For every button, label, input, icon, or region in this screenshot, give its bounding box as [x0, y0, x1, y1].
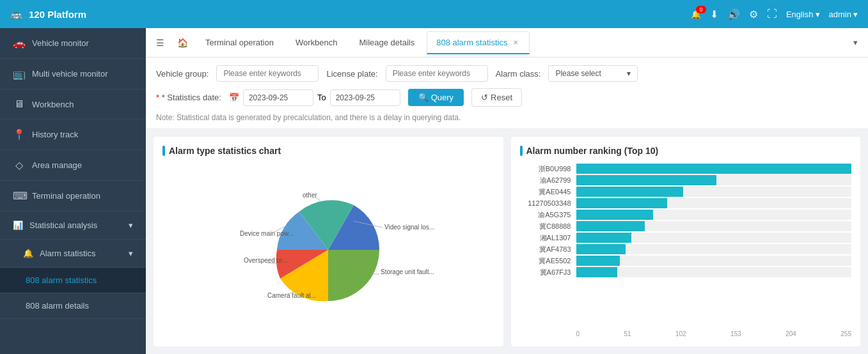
- sidebar: 🚗 Vehicle monitor 📺 Multi vehicle monito…: [0, 28, 146, 354]
- reset-icon: ↺: [481, 93, 488, 102]
- axis-255: 255: [840, 330, 851, 337]
- user-chevron-icon: ▾: [853, 10, 858, 19]
- sidebar-item-808-alarm-statistics[interactable]: 808 alarm statistics: [0, 268, 146, 293]
- bar-track: [576, 233, 852, 243]
- axis-0: 0: [576, 330, 580, 337]
- bar-row: 冀AE5502: [520, 256, 852, 266]
- pie-chart-svg: Video signal los... Storage unit fault..…: [226, 180, 430, 320]
- sidebar-item-808-alarm-details[interactable]: 808 alarm details: [0, 293, 146, 319]
- license-plate-label: License plate:: [326, 69, 377, 79]
- date-to-input[interactable]: [330, 89, 400, 106]
- label-storage: Storage unit fault...: [381, 268, 434, 275]
- download-icon[interactable]: ⬇: [710, 8, 718, 20]
- sidebar-label-multi-vehicle: Multi vehicle monitor: [32, 69, 108, 79]
- alarm-statistics-icon: 🔔: [23, 249, 33, 258]
- bar-fill: [576, 244, 626, 254]
- chevron-down-icon: ▾: [816, 10, 820, 19]
- alarm-ranking-chart-panel: Alarm number ranking (Top 10) 浙B0U998 渝A…: [511, 137, 861, 346]
- alarm-class-value: Please select: [555, 69, 601, 78]
- tab-terminal-operation[interactable]: Terminal operation: [196, 31, 283, 54]
- calendar-icon[interactable]: 📅: [229, 93, 239, 102]
- sidebar-item-multi-vehicle[interactable]: 📺 Multi vehicle monitor: [0, 59, 146, 89]
- bar-label: 湘AL1307: [520, 233, 571, 243]
- sidebar-label-vehicle-monitor: Vehicle monitor: [32, 38, 89, 48]
- sidebar-label-statistical-analysis: Statistical analysis: [29, 220, 97, 230]
- reset-button[interactable]: ↺ Reset: [471, 88, 522, 107]
- tab-mileage-details-label: Mileage details: [359, 38, 414, 47]
- required-star: *: [156, 93, 159, 102]
- alarm-class-chevron-icon: ▾: [627, 69, 631, 78]
- sidebar-label-history-track: History track: [32, 130, 78, 139]
- axis-51: 51: [624, 330, 631, 337]
- sidebar-group-statistical-analysis[interactable]: 📊 Statistical analysis ▾: [0, 212, 146, 240]
- alarm-type-chart-panel: Alarm type statistics chart: [154, 137, 503, 346]
- menu-icon[interactable]: ☰: [151, 34, 170, 52]
- vehicle-monitor-icon: 🚗: [13, 37, 26, 49]
- alarm-statistics-group-left: 🔔 Alarm statistics: [23, 249, 95, 258]
- license-plate-input[interactable]: [386, 65, 488, 82]
- app-header: 🚌 120 Platform 🔔 0 ⬇ 🔊 ⚙ ⛶ English ▾ adm…: [0, 0, 868, 28]
- user-menu[interactable]: admin ▾: [829, 10, 858, 19]
- sidebar-label-terminal-operation: Terminal operation: [32, 191, 100, 201]
- fullscreen-icon[interactable]: ⛶: [767, 8, 777, 20]
- pie-slice-storage: [328, 250, 379, 301]
- bar-fill: [576, 221, 645, 231]
- sidebar-item-workbench[interactable]: 🖥 Workbench: [0, 89, 146, 119]
- bar-track: [576, 244, 852, 254]
- statistical-analysis-chevron: ▾: [129, 220, 133, 230]
- alarm-class-select[interactable]: Please select ▾: [548, 65, 638, 82]
- bar-label: 冀AE0445: [520, 187, 571, 197]
- bar-axis: 0 51 102 153 204 255: [520, 330, 852, 337]
- bar-row: 冀C88888: [520, 221, 852, 231]
- bar-track: [576, 187, 852, 197]
- bar-track: [576, 164, 852, 174]
- query-button[interactable]: 🔍 Query: [408, 89, 464, 106]
- alarm-ranking-chart-title: Alarm number ranking (Top 10): [520, 146, 852, 156]
- bar-fill: [576, 256, 620, 266]
- bar-label: 冀AF4783: [520, 245, 571, 254]
- date-separator: To: [317, 93, 326, 102]
- notification-badge: 0: [696, 6, 706, 13]
- sidebar-label-alarm-statistics: Alarm statistics: [40, 249, 95, 258]
- pie-chart-container: Video signal los... Storage unit fault..…: [162, 162, 494, 337]
- bar-fill: [576, 198, 667, 208]
- bar-rows: 浙B0U998 渝A62799 冀AE0445 11270503348 渝A5G…: [520, 162, 852, 279]
- bar-row: 浙B0U998: [520, 164, 852, 174]
- language-selector[interactable]: English ▾: [786, 10, 820, 19]
- sidebar-item-terminal-operation[interactable]: ⌨ Terminal operation: [0, 181, 146, 212]
- bar-track: [576, 221, 852, 231]
- reset-label: Reset: [491, 93, 512, 102]
- bar-fill: [576, 233, 631, 243]
- bar-label: 渝A5G375: [520, 210, 571, 220]
- tab-808-alarm-statistics-label: 808 alarm statistics: [436, 38, 507, 47]
- tab-mileage-details[interactable]: Mileage details: [349, 31, 424, 54]
- sidebar-item-history-track[interactable]: 📍 History track: [0, 119, 146, 150]
- tab-bar-chevron-icon[interactable]: ▾: [848, 34, 863, 51]
- bar-row: 渝A62799: [520, 175, 852, 185]
- vehicle-group-input[interactable]: [216, 65, 319, 82]
- workbench-icon: 🖥: [13, 98, 26, 110]
- axis-153: 153: [730, 330, 741, 337]
- sidebar-item-area-manage[interactable]: ◇ Area manage: [0, 150, 146, 181]
- sidebar-group-alarm-statistics[interactable]: 🔔 Alarm statistics ▾: [0, 240, 146, 268]
- notification-bell[interactable]: 🔔 0: [691, 10, 701, 19]
- multi-vehicle-icon: 📺: [13, 68, 26, 80]
- date-from-input[interactable]: [243, 89, 313, 106]
- tab-bar: ☰ 🏠 Terminal operation Workbench Mileage…: [146, 28, 868, 58]
- bar-track: [576, 198, 852, 208]
- settings-icon[interactable]: ⚙: [749, 8, 758, 20]
- tab-workbench[interactable]: Workbench: [286, 31, 347, 54]
- sidebar-item-vehicle-monitor[interactable]: 🚗 Vehicle monitor: [0, 28, 146, 59]
- tab-close-icon[interactable]: ✕: [511, 38, 520, 47]
- 808-alarm-statistics-label: 808 alarm statistics: [26, 275, 97, 285]
- home-icon[interactable]: 🏠: [172, 34, 193, 52]
- axis-102: 102: [675, 330, 686, 337]
- alarm-statistics-chevron: ▾: [129, 249, 133, 258]
- tab-808-alarm-statistics[interactable]: 808 alarm statistics ✕: [427, 31, 530, 54]
- sidebar-label-workbench: Workbench: [32, 100, 74, 109]
- filter-bar: Vehicle group: License plate: Alarm clas…: [146, 58, 868, 129]
- bar-fill: [576, 210, 654, 220]
- volume-icon[interactable]: 🔊: [727, 8, 740, 20]
- query-label: Query: [431, 93, 454, 102]
- charts-area: Alarm type statistics chart: [146, 129, 868, 354]
